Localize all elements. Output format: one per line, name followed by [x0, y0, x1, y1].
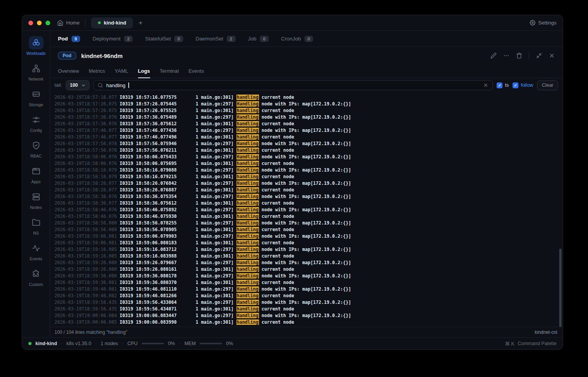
sidebar-item-config[interactable]: Config — [22, 112, 50, 134]
detail-tab-events[interactable]: Events — [189, 64, 204, 78]
new-tab-button[interactable]: + — [138, 19, 142, 27]
log-line: 2026-03-19T18:59:26.080 I0319 18:59:26.0… — [54, 260, 557, 266]
settings-label: Settings — [538, 20, 556, 26]
detail-tab-terminal[interactable]: Terminal — [160, 64, 179, 78]
cluster-tab[interactable]: kind-kind — [91, 18, 133, 28]
log-message-text: node with IPs: map[172.19.0.2:{}] — [259, 247, 351, 252]
ts-checkbox[interactable]: ✓ ts — [497, 82, 509, 88]
settings-button[interactable]: Settings — [530, 20, 556, 26]
checkbox-check-icon: ✓ — [513, 82, 518, 88]
sidebar-item-nodes[interactable]: Nodes — [22, 189, 50, 211]
detail-tab-yaml[interactable]: YAML — [115, 64, 128, 78]
detail-tab-logs[interactable]: Logs — [138, 64, 150, 78]
cpu-meter — [142, 343, 164, 344]
follow-checkbox[interactable]: ✓ follow — [513, 82, 533, 88]
command-palette-button[interactable]: ⌘ K Command Palette — [505, 341, 556, 347]
log-source-text: I0319 18:58:36.075612 1 main.go:301] — [117, 200, 236, 206]
log-line: 2026-03-19T18:59:36.080 I0319 18:59:36.0… — [54, 273, 557, 279]
log-search-highlight: Handling — [236, 300, 259, 305]
nodes-server-icon — [29, 190, 44, 203]
resource-count-badge: 9 — [72, 36, 80, 42]
events-activity-icon — [29, 242, 44, 255]
log-source-text: I0319 18:59:46.081110 1 main.go:297] — [117, 286, 236, 292]
resource-tab-pod[interactable]: Pod 9 — [58, 36, 80, 42]
log-line: 2026-03-19T19:00:06.084 I0319 19:00:06.0… — [54, 312, 557, 319]
edit-icon[interactable] — [490, 53, 497, 59]
log-line: 2026-03-19T18:58:46.076 I0319 18:58:46.0… — [54, 207, 557, 213]
log-search-highlight: handling — [236, 147, 259, 153]
log-search-highlight: handling — [236, 293, 259, 298]
scrollbar-thumb[interactable] — [559, 249, 562, 327]
log-timestamp: 2026-03-19T19:00:06.085 — [54, 319, 117, 325]
log-line: 2026-03-19T18:57:26.075 I0319 18:57:26.0… — [54, 107, 557, 114]
workloads-icon — [29, 36, 44, 49]
detail-tab-metrics[interactable]: Metrics — [89, 64, 105, 78]
log-line: 2026-03-19T18:59:06.081 I0319 18:59:06.0… — [54, 240, 557, 246]
resource-tab-bar: Pod 9 Deployment 2 StatefulSet 0 DaemonS… — [50, 31, 563, 47]
close-icon[interactable] — [549, 53, 555, 59]
clear-search-icon[interactable] — [483, 82, 488, 88]
close-window-button[interactable] — [28, 21, 33, 25]
delete-icon[interactable] — [516, 53, 522, 59]
log-source-text: I0319 18:58:36.075354 1 main.go:297] — [117, 194, 236, 199]
log-message-text: node with IPs: map[172.19.0.2:{}] — [259, 154, 351, 160]
log-line: 2026-03-19T18:58:26.077 I0319 18:58:26.0… — [54, 187, 557, 193]
mem-percent: 0% — [226, 341, 233, 346]
resource-tab-daemonset[interactable]: DaemonSet 2 — [196, 36, 236, 42]
resource-tab-label: Job — [248, 36, 257, 42]
log-search-highlight: handling — [236, 319, 259, 325]
log-search-highlight: handling — [236, 200, 259, 206]
log-timestamp: 2026-03-19T18:57:46.077 — [54, 134, 117, 140]
log-message-text: current node — [259, 280, 294, 285]
log-timestamp: 2026-03-19T18:58:06.076 — [54, 161, 117, 166]
log-line: 2026-03-19T18:58:36.076 I0319 18:58:36.0… — [54, 193, 557, 200]
log-search-highlight: Handling — [236, 194, 259, 199]
resource-tab-cronjob[interactable]: CronJob 0 — [281, 36, 313, 42]
detail-tab-label: YAML — [115, 68, 128, 74]
search-icon — [98, 82, 103, 88]
sidebar-item-workloads[interactable]: Workloads — [22, 35, 50, 57]
clear-logs-button[interactable]: Clear — [537, 81, 558, 90]
log-line: 2026-03-19T18:59:46.081 I0319 18:59:46.0… — [54, 286, 557, 293]
sidebar-item-events[interactable]: Events — [22, 240, 50, 263]
log-search-highlight: Handling — [236, 101, 259, 107]
log-footer: 100 / 104 lines matching "handling" kind… — [50, 327, 563, 337]
sidebar-item-ns[interactable]: NS — [22, 214, 50, 237]
sidebar-item-rbac[interactable]: RBAC — [22, 137, 50, 160]
sidebar-item-apps[interactable]: Apps — [22, 163, 50, 186]
ts-checkbox-label: ts — [505, 82, 509, 88]
log-search-highlight: handling — [236, 161, 259, 166]
sidebar-item-network[interactable]: Network — [22, 60, 50, 83]
resource-count-badge: 2 — [124, 36, 133, 42]
log-message-text: node with IPs: map[172.19.0.2:{}] — [259, 233, 351, 239]
log-source-text: I0319 18:58:56.078905 1 main.go:301] — [117, 227, 236, 232]
detail-tab-label: Metrics — [89, 68, 105, 74]
log-source-text: I0319 18:57:56.075946 1 main.go:297] — [117, 141, 236, 146]
more-icon[interactable] — [503, 53, 509, 59]
log-viewer[interactable]: 2026-03-19T18:57:16.077 I0319 18:57:16.0… — [50, 92, 563, 327]
resource-tab-job[interactable]: Job 0 — [248, 36, 269, 42]
sidebar-item-custom[interactable]: Custom — [22, 266, 50, 288]
minimize-window-button[interactable] — [37, 21, 42, 25]
log-source-text: I0319 18:58:16.079215 1 main.go:301] — [117, 174, 236, 179]
log-search-highlight: handling — [236, 306, 259, 312]
log-source-text: I0319 18:59:06.080183 1 main.go:301] — [117, 240, 236, 245]
tail-select[interactable]: 100 — [66, 80, 89, 90]
sidebar-item-storage[interactable]: Storage — [22, 86, 50, 109]
log-source-text: I0319 18:58:06.075695 1 main.go:301] — [117, 161, 236, 166]
resource-tab-statefulset[interactable]: StatefulSet 0 — [145, 36, 183, 42]
home-button[interactable]: Home — [57, 20, 80, 26]
zoom-window-button[interactable] — [46, 21, 50, 25]
log-source-text: I0319 18:59:56.433064 1 main.go:297] — [117, 300, 236, 305]
detail-tab-overview[interactable]: Overview — [58, 64, 79, 78]
resource-count-badge: 2 — [227, 36, 235, 42]
log-line: 2026-03-19T18:59:56.435 I0319 18:59:56.4… — [54, 299, 557, 306]
log-message-text: current node — [259, 95, 294, 100]
resource-tab-deployment[interactable]: Deployment 2 — [93, 36, 133, 42]
collapse-icon[interactable] — [536, 53, 542, 59]
cluster-health-dot — [28, 342, 32, 345]
log-search-input[interactable]: handling — [93, 80, 493, 90]
log-search-highlight: handling — [236, 174, 259, 179]
log-search-highlight: Handling — [236, 154, 259, 160]
log-timestamp: 2026-03-19T18:57:16.077 — [54, 95, 117, 100]
